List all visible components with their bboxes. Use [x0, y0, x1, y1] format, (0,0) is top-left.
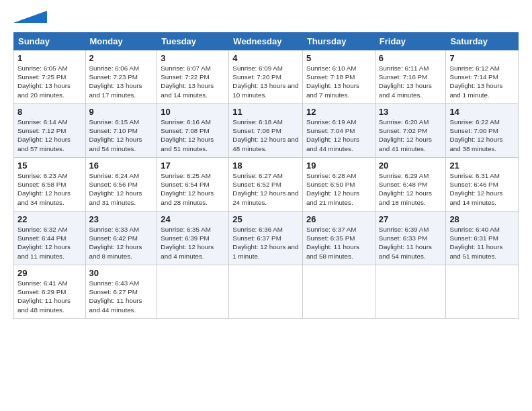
calendar-cell: 20 Sunrise: 6:29 AM Sunset: 6:48 PM Dayl…: [375, 158, 446, 212]
calendar-cell: 24 Sunrise: 6:35 AM Sunset: 6:39 PM Dayl…: [157, 212, 229, 265]
day-number: 27: [379, 214, 443, 224]
day-info: Sunrise: 6:40 AM Sunset: 6:31 PM Dayligh…: [449, 225, 515, 261]
day-info: Sunrise: 6:33 AM Sunset: 6:42 PM Dayligh…: [89, 225, 154, 261]
day-number: 18: [232, 161, 299, 171]
calendar-week-4: 22 Sunrise: 6:32 AM Sunset: 6:44 PM Dayl…: [14, 212, 519, 265]
day-number: 3: [161, 53, 225, 63]
calendar-cell: 4 Sunrise: 6:09 AM Sunset: 7:20 PM Dayli…: [229, 50, 303, 104]
calendar-cell: [157, 265, 229, 319]
day-info: Sunrise: 6:29 AM Sunset: 6:48 PM Dayligh…: [379, 171, 443, 207]
day-number: 21: [449, 161, 515, 171]
day-number: 8: [17, 107, 82, 117]
day-header-sunday: Sunday: [14, 33, 86, 50]
day-info: Sunrise: 6:11 AM Sunset: 7:16 PM Dayligh…: [379, 64, 443, 99]
calendar-cell: 17 Sunrise: 6:25 AM Sunset: 6:54 PM Dayl…: [157, 158, 229, 212]
calendar-cell: 12 Sunrise: 6:19 AM Sunset: 7:04 PM Dayl…: [302, 104, 375, 158]
calendar-cell: 29 Sunrise: 6:41 AM Sunset: 6:29 PM Dayl…: [14, 265, 86, 319]
day-number: 30: [89, 268, 154, 278]
day-header-wednesday: Wednesday: [229, 33, 303, 50]
calendar-cell: [375, 265, 446, 319]
calendar-cell: [229, 265, 303, 319]
calendar-header: SundayMondayTuesdayWednesdayThursdayFrid…: [14, 33, 519, 50]
svg-marker-0: [13, 11, 47, 23]
day-info: Sunrise: 6:24 AM Sunset: 6:56 PM Dayligh…: [89, 171, 154, 207]
calendar-cell: 11 Sunrise: 6:18 AM Sunset: 7:06 PM Dayl…: [229, 104, 303, 158]
day-info: Sunrise: 6:06 AM Sunset: 7:23 PM Dayligh…: [89, 64, 154, 99]
day-number: 12: [306, 107, 371, 117]
day-number: 17: [161, 161, 225, 171]
day-number: 5: [306, 53, 371, 63]
day-number: 28: [449, 214, 515, 224]
calendar-cell: 9 Sunrise: 6:15 AM Sunset: 7:10 PM Dayli…: [85, 104, 157, 158]
calendar-cell: 10 Sunrise: 6:16 AM Sunset: 7:08 PM Dayl…: [157, 104, 229, 158]
day-number: 29: [17, 268, 82, 278]
day-number: 7: [449, 53, 515, 63]
day-number: 11: [232, 107, 299, 117]
calendar-cell: 19 Sunrise: 6:28 AM Sunset: 6:50 PM Dayl…: [302, 158, 375, 212]
day-info: Sunrise: 6:19 AM Sunset: 7:04 PM Dayligh…: [306, 118, 371, 153]
day-number: 14: [449, 107, 515, 117]
calendar-table: SundayMondayTuesdayWednesdayThursdayFrid…: [13, 32, 519, 319]
day-info: Sunrise: 6:25 AM Sunset: 6:54 PM Dayligh…: [161, 171, 225, 207]
calendar-cell: 1 Sunrise: 6:05 AM Sunset: 7:25 PM Dayli…: [14, 50, 86, 104]
calendar-cell: 13 Sunrise: 6:20 AM Sunset: 7:02 PM Dayl…: [375, 104, 446, 158]
day-number: 22: [17, 214, 82, 224]
calendar-cell: 2 Sunrise: 6:06 AM Sunset: 7:23 PM Dayli…: [85, 50, 157, 104]
day-info: Sunrise: 6:15 AM Sunset: 7:10 PM Dayligh…: [89, 118, 154, 153]
day-info: Sunrise: 6:36 AM Sunset: 6:37 PM Dayligh…: [232, 225, 299, 261]
day-number: 25: [232, 214, 299, 224]
day-number: 15: [17, 161, 82, 171]
day-number: 9: [89, 107, 154, 117]
day-info: Sunrise: 6:16 AM Sunset: 7:08 PM Dayligh…: [161, 118, 225, 153]
day-info: Sunrise: 6:37 AM Sunset: 6:35 PM Dayligh…: [306, 225, 371, 261]
calendar-cell: [446, 265, 519, 319]
day-info: Sunrise: 6:12 AM Sunset: 7:14 PM Dayligh…: [449, 64, 515, 99]
day-number: 19: [306, 161, 371, 171]
day-header-friday: Friday: [375, 33, 446, 50]
page: SundayMondayTuesdayWednesdayThursdayFrid…: [0, 0, 532, 326]
calendar-cell: 7 Sunrise: 6:12 AM Sunset: 7:14 PM Dayli…: [446, 50, 519, 104]
day-info: Sunrise: 6:20 AM Sunset: 7:02 PM Dayligh…: [379, 118, 443, 153]
calendar-cell: 5 Sunrise: 6:10 AM Sunset: 7:18 PM Dayli…: [302, 50, 375, 104]
header: [13, 11, 519, 26]
day-info: Sunrise: 6:18 AM Sunset: 7:06 PM Dayligh…: [232, 118, 299, 153]
day-number: 13: [379, 107, 443, 117]
day-number: 16: [89, 161, 154, 171]
calendar-cell: 3 Sunrise: 6:07 AM Sunset: 7:22 PM Dayli…: [157, 50, 229, 104]
day-header-thursday: Thursday: [302, 33, 375, 50]
day-header-monday: Monday: [85, 33, 157, 50]
calendar-cell: 25 Sunrise: 6:36 AM Sunset: 6:37 PM Dayl…: [229, 212, 303, 265]
calendar-week-5: 29 Sunrise: 6:41 AM Sunset: 6:29 PM Dayl…: [14, 265, 519, 319]
calendar-cell: 8 Sunrise: 6:14 AM Sunset: 7:12 PM Dayli…: [14, 104, 86, 158]
calendar-week-1: 1 Sunrise: 6:05 AM Sunset: 7:25 PM Dayli…: [14, 50, 519, 104]
day-info: Sunrise: 6:41 AM Sunset: 6:29 PM Dayligh…: [17, 279, 82, 314]
calendar-cell: 21 Sunrise: 6:31 AM Sunset: 6:46 PM Dayl…: [446, 158, 519, 212]
day-header-tuesday: Tuesday: [157, 33, 229, 50]
day-info: Sunrise: 6:23 AM Sunset: 6:58 PM Dayligh…: [17, 171, 82, 207]
day-number: 6: [379, 53, 443, 63]
calendar-cell: 27 Sunrise: 6:39 AM Sunset: 6:33 PM Dayl…: [375, 212, 446, 265]
calendar-body: 1 Sunrise: 6:05 AM Sunset: 7:25 PM Dayli…: [14, 50, 519, 319]
calendar-cell: 26 Sunrise: 6:37 AM Sunset: 6:35 PM Dayl…: [302, 212, 375, 265]
day-info: Sunrise: 6:43 AM Sunset: 6:27 PM Dayligh…: [89, 279, 154, 314]
calendar-cell: 28 Sunrise: 6:40 AM Sunset: 6:31 PM Dayl…: [446, 212, 519, 265]
logo: [13, 11, 47, 26]
day-info: Sunrise: 6:35 AM Sunset: 6:39 PM Dayligh…: [161, 225, 225, 261]
day-number: 26: [306, 214, 371, 224]
day-number: 4: [232, 53, 299, 63]
calendar-cell: 14 Sunrise: 6:22 AM Sunset: 7:00 PM Dayl…: [446, 104, 519, 158]
calendar-cell: 16 Sunrise: 6:24 AM Sunset: 6:56 PM Dayl…: [85, 158, 157, 212]
day-number: 24: [161, 214, 225, 224]
day-info: Sunrise: 6:09 AM Sunset: 7:20 PM Dayligh…: [232, 64, 299, 99]
day-info: Sunrise: 6:10 AM Sunset: 7:18 PM Dayligh…: [306, 64, 371, 99]
day-header-saturday: Saturday: [446, 33, 519, 50]
calendar-cell: 6 Sunrise: 6:11 AM Sunset: 7:16 PM Dayli…: [375, 50, 446, 104]
day-info: Sunrise: 6:28 AM Sunset: 6:50 PM Dayligh…: [306, 171, 371, 207]
calendar-cell: 22 Sunrise: 6:32 AM Sunset: 6:44 PM Dayl…: [14, 212, 86, 265]
day-info: Sunrise: 6:39 AM Sunset: 6:33 PM Dayligh…: [379, 225, 443, 261]
day-info: Sunrise: 6:05 AM Sunset: 7:25 PM Dayligh…: [17, 64, 82, 99]
day-number: 20: [379, 161, 443, 171]
day-number: 1: [17, 53, 82, 63]
calendar-cell: 23 Sunrise: 6:33 AM Sunset: 6:42 PM Dayl…: [85, 212, 157, 265]
calendar-cell: [302, 265, 375, 319]
